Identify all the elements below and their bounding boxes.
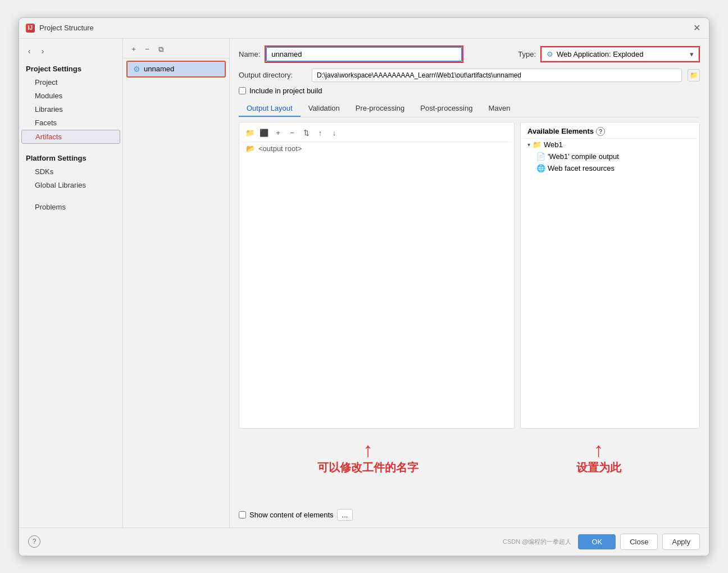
output-layout-panel: 📁 ⬛ + − ⇅ ↑ ↓ 📂 <output root> <box>239 122 515 429</box>
add-item-button[interactable]: + <box>272 127 284 139</box>
tab-validation[interactable]: Validation <box>301 101 348 117</box>
output-dir-input[interactable] <box>312 69 682 82</box>
folder-icon: 📁 <box>533 140 542 149</box>
include-build-label: Include in project build <box>249 87 322 95</box>
type-value: Web Application: Exploded <box>557 50 686 58</box>
remove-artifact-button[interactable]: − <box>141 43 153 56</box>
add-folder-button[interactable]: 📁 <box>244 127 256 139</box>
footer: ? CSDN @编程的一拳超人 OK Close Apply <box>19 527 709 556</box>
app-icon: IJ <box>26 24 35 33</box>
apply-button[interactable]: Apply <box>662 534 700 550</box>
annotation-left: ↑ 可以修改工件的名字 <box>317 440 418 475</box>
sidebar-item-modules[interactable]: Modules <box>21 89 120 102</box>
layout-toolbar: 📁 ⬛ + − ⇅ ↑ ↓ <box>242 125 512 142</box>
add-artifact-button[interactable]: + <box>128 43 140 56</box>
dropdown-arrow-icon: ▾ <box>690 50 694 58</box>
top-fields-row: Name: Type: ⚙ Web Application: Exploded <box>239 46 700 63</box>
watermark: CSDN @编程的一拳超人 <box>501 536 574 547</box>
dialog-body: ‹ › Project Settings Project Modules Lib… <box>19 39 709 527</box>
project-settings-header: Project Settings <box>19 61 122 75</box>
ok-button[interactable]: OK <box>578 534 616 549</box>
sidebar-item-sdks[interactable]: SDKs <box>21 165 120 178</box>
tree-item-web1-label: Web1 <box>544 140 563 149</box>
web-facet-icon: 🌐 <box>536 164 545 172</box>
sidebar-item-libraries[interactable]: Libraries <box>21 103 120 116</box>
left-arrow-icon: ↑ <box>363 440 373 460</box>
sidebar-item-facets[interactable]: Facets <box>21 116 120 129</box>
tab-output-layout[interactable]: Output Layout <box>239 101 301 117</box>
sidebar-item-artifacts[interactable]: Artifacts <box>21 130 120 144</box>
right-arrow-icon: ↑ <box>594 440 604 460</box>
available-elements-header: Available Elements ? <box>523 125 697 139</box>
name-input[interactable] <box>266 47 462 62</box>
available-elements-label: Available Elements <box>527 127 594 135</box>
output-root-label: <output root> <box>258 144 302 153</box>
type-field-group: Type: ⚙ Web Application: Exploded ▾ <box>518 46 700 62</box>
output-root-item[interactable]: 📂 <output root> <box>242 142 512 155</box>
chevron-down-icon: ▾ <box>527 142 530 148</box>
type-icon: ⚙ <box>547 50 553 58</box>
show-content-label: Show content of elements <box>249 511 334 519</box>
output-dir-label: Output directory: <box>239 71 306 79</box>
main-panel: + − ⧉ ⚙ unnamed Name: <box>123 39 709 527</box>
type-select[interactable]: ⚙ Web Application: Exploded ▾ <box>542 47 699 61</box>
sidebar-item-problems[interactable]: Problems <box>21 201 120 213</box>
project-structure-dialog: IJ Project Structure ✕ ‹ › Project Setti… <box>19 17 709 556</box>
annotation-area: ↑ 可以修改工件的名字 ↑ 设置为此 <box>239 434 700 475</box>
add-archive-button[interactable]: ⬛ <box>258 127 270 139</box>
tree-item-web-facet-label: Web facet resources <box>548 164 615 172</box>
compile-output-icon: 📄 <box>536 152 545 161</box>
show-content-checkbox[interactable] <box>239 511 246 519</box>
tab-pre-processing[interactable]: Pre-processing <box>348 101 412 117</box>
annotation-left-text: 可以修改工件的名字 <box>317 460 418 475</box>
annotation-right: ↑ 设置为此 <box>576 440 621 475</box>
split-content: 📁 ⬛ + − ⇅ ↑ ↓ 📂 <output root> <box>239 122 700 429</box>
name-label: Name: <box>239 50 260 58</box>
close-button[interactable]: Close <box>620 534 658 550</box>
tab-maven[interactable]: Maven <box>480 101 518 117</box>
tree-item-web-facet[interactable]: 🌐 Web facet resources <box>523 162 697 174</box>
artifact-list-item[interactable]: ⚙ unnamed <box>126 61 226 78</box>
artifact-toolbar: + − ⧉ <box>123 41 229 58</box>
type-select-wrapper: ⚙ Web Application: Exploded ▾ <box>540 46 700 62</box>
nav-back-button[interactable]: ‹ <box>24 46 35 57</box>
title-bar: IJ Project Structure ✕ <box>19 18 709 39</box>
title-bar-left: IJ Project Structure <box>26 24 94 33</box>
copy-artifact-button[interactable]: ⧉ <box>154 43 167 56</box>
remove-item-button[interactable]: − <box>286 127 298 139</box>
dialog-close-button[interactable]: ✕ <box>691 22 702 34</box>
browse-output-dir-button[interactable]: 📁 <box>688 69 700 81</box>
dots-button[interactable]: ... <box>337 509 353 521</box>
type-label: Type: <box>518 50 536 58</box>
tab-post-processing[interactable]: Post-processing <box>412 101 480 117</box>
name-field-group: Name: <box>239 46 463 63</box>
sidebar-item-global-libraries[interactable]: Global Libraries <box>21 179 120 192</box>
sidebar-item-project[interactable]: Project <box>21 76 120 89</box>
move-up-button[interactable]: ↑ <box>314 127 326 139</box>
include-build-row: Include in project build <box>239 87 700 95</box>
output-dir-row: Output directory: 📁 <box>239 69 700 82</box>
help-icon[interactable]: ? <box>596 127 605 136</box>
sort-button[interactable]: ⇅ <box>300 127 312 139</box>
nav-forward-button[interactable]: › <box>37 46 48 57</box>
platform-settings-header: Platform Settings <box>19 151 122 165</box>
bottom-section: Show content of elements ... <box>239 475 700 521</box>
help-button[interactable]: ? <box>28 535 40 548</box>
available-elements-panel: Available Elements ? ▾ 📁 Web1 📄 'Web1' c… <box>520 122 700 429</box>
output-root-icon: 📂 <box>246 144 255 153</box>
tree-item-compile-output[interactable]: 📄 'Web1' compile output <box>523 151 697 162</box>
tree-item-compile-label: 'Web1' compile output <box>548 152 619 161</box>
content-main-area: Name: Type: ⚙ Web Application: Exploded <box>230 39 709 527</box>
dialog-title: Project Structure <box>39 24 94 32</box>
annotation-right-text: 设置为此 <box>576 460 621 475</box>
sidebar-nav: ‹ › <box>19 43 122 61</box>
sidebar: ‹ › Project Settings Project Modules Lib… <box>19 39 123 527</box>
include-build-checkbox[interactable] <box>239 87 246 94</box>
tree-item-web1-group[interactable]: ▾ 📁 Web1 <box>523 139 697 151</box>
show-content-row: Show content of elements ... <box>239 509 700 521</box>
tabs-row: Output Layout Validation Pre-processing … <box>239 101 700 117</box>
move-down-button[interactable]: ↓ <box>328 127 340 139</box>
artifact-icon: ⚙ <box>133 65 140 74</box>
artifact-name: unnamed <box>144 65 174 73</box>
artifact-list-section: + − ⧉ ⚙ unnamed <box>123 39 230 527</box>
